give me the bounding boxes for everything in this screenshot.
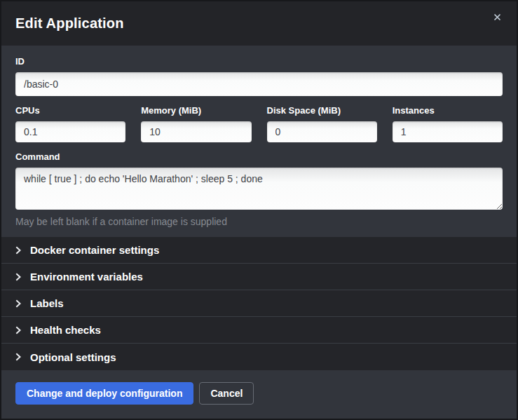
instances-label: Instances <box>393 106 503 116</box>
command-label: Command <box>15 152 503 162</box>
edit-application-modal: Edit Application ID CPUs Memory (MiB) <box>0 0 518 420</box>
command-helper-text: May be left blank if a container image i… <box>15 216 503 227</box>
cpus-label: CPUs <box>15 106 125 116</box>
modal-footer: Change and deploy configuration Cancel <box>1 370 517 419</box>
cpus-input[interactable] <box>15 121 125 142</box>
chevron-right-icon <box>15 273 21 281</box>
resources-row: CPUs Memory (MiB) Disk Space (MiB) Insta… <box>15 106 503 142</box>
chevron-right-icon <box>15 299 21 308</box>
section-label: Labels <box>30 297 64 309</box>
chevron-right-icon <box>15 326 21 334</box>
id-label: ID <box>15 57 503 67</box>
section-label: Health checks <box>30 324 101 336</box>
disk-field-group: Disk Space (MiB) <box>267 106 377 142</box>
close-button[interactable] <box>492 12 503 22</box>
chevron-right-icon <box>15 353 21 361</box>
disk-label: Disk Space (MiB) <box>267 106 377 116</box>
section-docker-container-settings[interactable]: Docker container settings <box>1 237 517 264</box>
command-textarea[interactable]: while [ true ] ; do echo 'Hello Marathon… <box>15 168 503 210</box>
memory-label: Memory (MiB) <box>141 106 251 116</box>
section-label: Environment variables <box>30 271 143 283</box>
change-and-deploy-button[interactable]: Change and deploy configuration <box>15 382 193 405</box>
cpus-field-group: CPUs <box>15 106 125 142</box>
memory-field-group: Memory (MiB) <box>141 106 251 142</box>
cancel-button[interactable]: Cancel <box>199 382 254 405</box>
sections-panel: Docker container settings Environment va… <box>1 237 517 370</box>
chevron-right-icon <box>15 246 21 255</box>
modal-title: Edit Application <box>15 15 124 32</box>
section-environment-variables[interactable]: Environment variables <box>1 264 517 290</box>
id-input[interactable] <box>15 72 503 96</box>
section-health-checks[interactable]: Health checks <box>1 317 517 344</box>
instances-input[interactable] <box>393 121 503 142</box>
memory-input[interactable] <box>141 121 251 142</box>
close-icon <box>493 13 501 23</box>
section-label: Docker container settings <box>30 244 159 256</box>
modal-header: Edit Application <box>1 1 517 46</box>
section-labels[interactable]: Labels <box>1 290 517 317</box>
command-field-group: Command while [ true ] ; do echo 'Hello … <box>15 152 503 227</box>
id-field-group: ID <box>15 57 503 96</box>
section-optional-settings[interactable]: Optional settings <box>1 344 517 370</box>
instances-field-group: Instances <box>393 106 503 142</box>
form-area: ID CPUs Memory (MiB) Disk Space (MiB) In… <box>1 46 517 237</box>
section-label: Optional settings <box>30 351 116 363</box>
disk-input[interactable] <box>267 121 377 142</box>
